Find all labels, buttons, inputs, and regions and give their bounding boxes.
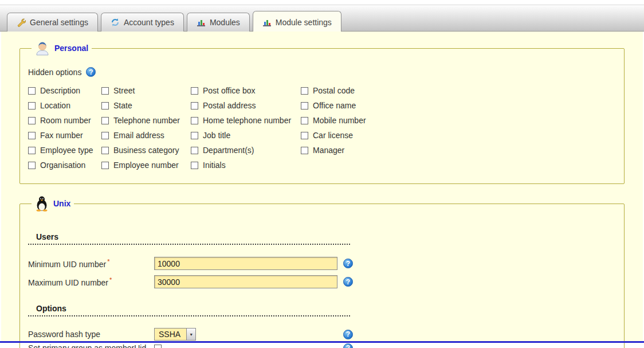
tab-label: Module settings [276, 18, 332, 27]
password-hash-row: Password hash type SSHA ▼ ? [28, 328, 616, 341]
penguin-icon [35, 195, 49, 212]
min-uid-input[interactable] [154, 257, 337, 270]
hidden-option-checkbox[interactable] [191, 132, 198, 139]
hidden-option-label: Job title [203, 131, 230, 140]
tab-label: Account types [124, 18, 174, 27]
tab-label: Modules [210, 18, 240, 27]
hidden-option-checkbox[interactable] [28, 102, 36, 110]
tab-modules[interactable]: Modules [187, 13, 250, 32]
max-uid-input[interactable] [154, 275, 337, 288]
hidden-option-business-category[interactable]: Business category [101, 146, 191, 155]
hidden-option-telephone-number[interactable]: Telephone number [101, 116, 191, 125]
users-section-title: Users [28, 232, 350, 245]
hidden-option-label: Department(s) [203, 146, 254, 155]
hidden-option-checkbox[interactable] [101, 87, 109, 95]
hidden-option-checkbox[interactable] [28, 117, 36, 124]
tab-bar: General settings Account types Modules M… [0, 5, 644, 32]
hidden-option-label: Mobile number [313, 116, 366, 125]
personal-legend-label: Personal [54, 44, 88, 53]
help-icon[interactable]: ? [343, 330, 353, 339]
hidden-option-home-telephone-number[interactable]: Home telephone number [191, 116, 301, 125]
hidden-option-checkbox[interactable] [101, 117, 109, 124]
hidden-option-checkbox[interactable] [28, 147, 36, 154]
hidden-option-manager[interactable]: Manager [301, 146, 404, 155]
wrench-icon [17, 18, 26, 27]
hidden-option-state[interactable]: State [101, 101, 191, 110]
max-uid-label: Maximum UID number* [28, 276, 154, 287]
unix-legend: Unix [32, 195, 74, 212]
hidden-option-postal-code[interactable]: Postal code [301, 86, 404, 95]
hidden-option-label: Employee type [40, 146, 93, 155]
hidden-option-room-number[interactable]: Room number [28, 116, 101, 125]
hidden-option-fax-number[interactable]: Fax number [28, 131, 101, 140]
hidden-option-checkbox[interactable] [101, 102, 109, 110]
hidden-option-post-office-box[interactable]: Post office box [191, 86, 301, 95]
unix-legend-label: Unix [53, 199, 70, 208]
hidden-option-initials[interactable]: Initials [191, 161, 301, 170]
hidden-option-employee-number[interactable]: Employee number [101, 161, 191, 170]
hidden-option-label: Car license [313, 131, 353, 140]
password-hash-select[interactable]: SSHA ▼ [154, 328, 196, 341]
min-uid-row: Minimum UID number* ? [28, 256, 616, 271]
hidden-option-checkbox[interactable] [28, 162, 36, 169]
tab-label: General settings [30, 18, 88, 27]
help-icon[interactable]: ? [343, 343, 353, 348]
hidden-options-grid: Description Street Post office box Posta… [28, 86, 616, 170]
hidden-option-description[interactable]: Description [28, 86, 101, 95]
hidden-option-checkbox[interactable] [28, 132, 36, 139]
help-icon[interactable]: ? [86, 67, 96, 77]
hidden-option-street[interactable]: Street [101, 86, 191, 95]
hidden-option-checkbox[interactable] [301, 102, 308, 110]
min-uid-label: Minimum UID number* [28, 258, 154, 269]
hidden-option-job-title[interactable]: Job title [191, 131, 301, 140]
hidden-option-label: Fax number [40, 131, 83, 140]
hidden-option-checkbox[interactable] [101, 147, 109, 154]
hidden-option-car-license[interactable]: Car license [301, 131, 404, 140]
help-icon[interactable]: ? [343, 277, 353, 287]
bar-chart-icon [262, 18, 272, 27]
hidden-option-label: Post office box [203, 86, 256, 95]
hidden-option-email-address[interactable]: Email address [101, 131, 191, 140]
hidden-option-label: Telephone number [113, 116, 180, 125]
help-icon[interactable]: ? [343, 259, 353, 268]
member-uid-checkbox[interactable] [154, 345, 162, 348]
hidden-option-checkbox[interactable] [191, 162, 198, 169]
hidden-option-checkbox[interactable] [191, 102, 198, 110]
hidden-option-location[interactable]: Location [28, 101, 101, 110]
hidden-option-checkbox[interactable] [301, 87, 308, 95]
hidden-option-label: Office name [313, 101, 356, 110]
required-asterisk: * [109, 276, 112, 283]
hidden-option-postal-address[interactable]: Postal address [191, 101, 301, 110]
hidden-option-checkbox[interactable] [301, 147, 308, 154]
personal-fieldset: Personal Hidden options ? Description St… [19, 41, 625, 184]
chevron-down-icon: ▼ [186, 329, 195, 340]
tab-account-types[interactable]: Account types [101, 13, 184, 32]
hidden-option-checkbox[interactable] [101, 162, 109, 169]
hidden-option-departments[interactable]: Department(s) [191, 146, 301, 155]
hidden-option-checkbox[interactable] [28, 87, 36, 95]
person-icon [35, 41, 50, 56]
hidden-option-checkbox[interactable] [301, 132, 308, 139]
hidden-option-checkbox[interactable] [191, 117, 198, 124]
hidden-option-employee-type[interactable]: Employee type [28, 146, 101, 155]
hidden-option-checkbox[interactable] [301, 117, 308, 124]
max-uid-row: Maximum UID number* ? [28, 275, 616, 289]
password-hash-value: SSHA [155, 329, 186, 340]
required-asterisk: * [107, 258, 109, 265]
hidden-option-office-name[interactable]: Office name [301, 101, 404, 110]
hidden-option-label: Location [40, 101, 70, 110]
bar-chart-icon [197, 18, 206, 27]
hidden-option-checkbox[interactable] [191, 87, 198, 95]
tab-module-settings[interactable]: Module settings [253, 11, 341, 32]
hidden-option-label: Room number [40, 116, 91, 125]
hidden-option-label: Postal code [313, 86, 355, 95]
options-section-title: Options [28, 304, 350, 316]
hidden-option-checkbox[interactable] [101, 132, 109, 139]
hidden-option-label: Organisation [40, 161, 85, 170]
hidden-option-label: Description [40, 86, 80, 95]
hidden-option-mobile-number[interactable]: Mobile number [301, 116, 404, 125]
tab-general-settings[interactable]: General settings [7, 13, 98, 32]
hidden-option-label: Initials [203, 161, 226, 170]
hidden-option-checkbox[interactable] [191, 147, 198, 154]
hidden-option-organisation[interactable]: Organisation [28, 161, 101, 170]
